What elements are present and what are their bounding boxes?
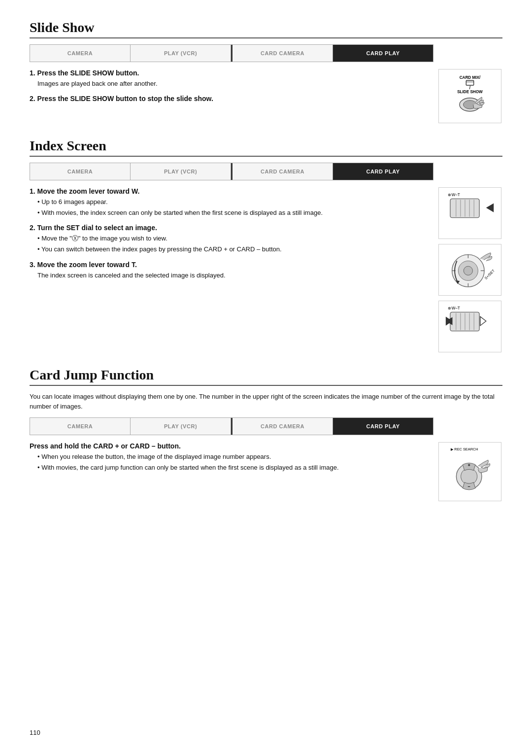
card-jump-step-body: When you release the button, the image o… [37,452,431,473]
zoom-w-svg: ⊗W–T [441,191,499,236]
set-dial-svg: S+/SET [441,247,499,292]
svg-text:⊗W–T: ⊗W–T [448,306,460,310]
illus-rec-search: ▶ REC SEARCH + – [438,442,501,501]
svg-text:▶ REC SEARCH: ▶ REC SEARCH [451,447,478,451]
zoom-t-svg: ⊗W–T [441,304,499,349]
slideshow-svg: CARD MIX/ / SLIDE SHOW [440,72,499,120]
index-screen-content: 1. Move the zoom lever toward W. Up to 6… [30,187,502,352]
card-jump-section: Card Jump Function You can locate images… [30,367,502,501]
index-screen-mode-bar: CAMERA PLAY (VCR) CARD CAMERA CARD PLAY [30,163,433,180]
svg-text:CARD MIX/: CARD MIX/ [460,75,481,80]
svg-text:⊗W–T: ⊗W–T [448,193,460,197]
svg-text:/: / [469,86,471,90]
index-screen-section: Index Screen CAMERA PLAY (VCR) CARD CAME… [30,138,502,352]
illus-slideshow-button: CARD MIX/ / SLIDE SHOW [438,69,501,123]
svg-text:S+/SET: S+/SET [484,268,496,280]
card-jump-step-1: Press and hold the CARD + or CARD – butt… [30,442,431,473]
illus-set-dial: S+/SET [438,244,501,296]
tab-card-camera-2: CARD CAMERA [231,163,333,180]
slide-show-section: Slide Show CAMERA PLAY (VCR) CARD CAMERA… [30,20,502,123]
tab-camera-2: CAMERA [30,163,131,180]
index-step-1-title: 1. Move the zoom lever toward W. [30,187,431,195]
tab-camera-3: CAMERA [30,418,131,435]
slide-show-step-1: 1. Press the SLIDE SHOW button. Images a… [30,69,431,89]
slide-show-step-2: 2. Press the SLIDE SHOW button to stop t… [30,95,431,103]
tab-card-camera-3: CARD CAMERA [231,418,333,435]
tab-play-vcr-3: PLAY (VCR) [131,418,231,435]
slide-show-content: 1. Press the SLIDE SHOW button. Images a… [30,69,502,123]
index-step-2: 2. Turn the SET dial to select an image.… [30,224,431,254]
svg-text:+: + [467,463,470,468]
index-screen-images: ⊗W–T [438,187,502,352]
step-2-title: 2. Press the SLIDE SHOW button to stop t… [30,95,431,103]
tab-play-vcr-1: PLAY (VCR) [131,45,231,62]
tab-camera-1: CAMERA [30,45,131,62]
svg-point-17 [464,266,472,275]
svg-text:SLIDE SHOW: SLIDE SHOW [457,90,483,94]
rec-search-svg: ▶ REC SEARCH + – [440,446,499,498]
svg-marker-14 [486,203,494,212]
card-jump-text: Press and hold the CARD + or CARD – butt… [30,442,431,501]
card-jump-intro: You can locate images without displaying… [30,392,502,412]
step-1-title: 1. Press the SLIDE SHOW button. [30,69,431,77]
svg-rect-1 [466,80,473,85]
tab-card-play-3: CARD PLAY [333,418,433,435]
card-jump-content: Press and hold the CARD + or CARD – butt… [30,442,502,501]
index-step-3-title: 3. Move the zoom lever toward T. [30,261,431,269]
svg-marker-32 [480,316,486,325]
tab-card-camera-1: CARD CAMERA [231,45,333,62]
slide-show-title: Slide Show [30,20,502,38]
slide-show-text: 1. Press the SLIDE SHOW button. Images a… [30,69,431,123]
step-1-body: Images are played back one after another… [37,79,431,89]
card-jump-title: Card Jump Function [30,367,502,386]
tab-card-play-2: CARD PLAY [333,163,433,180]
index-step-3: 3. Move the zoom lever toward T. The ind… [30,261,431,280]
svg-text:–: – [467,484,470,489]
svg-marker-34 [487,316,494,325]
tab-card-play-1: CARD PLAY [333,45,433,62]
index-screen-text: 1. Move the zoom lever toward W. Up to 6… [30,187,431,352]
card-jump-mode-bar: CAMERA PLAY (VCR) CARD CAMERA CARD PLAY [30,417,433,435]
index-step-3-body: The index screen is canceled and the sel… [37,271,431,280]
index-step-2-body: Move the "Ⓧ" to the image you wish to vi… [37,234,431,254]
index-step-2-title: 2. Turn the SET dial to select an image. [30,224,431,232]
index-step-1: 1. Move the zoom lever toward W. Up to 6… [30,187,431,218]
index-screen-title: Index Screen [30,138,502,157]
page-number: 110 [30,729,40,736]
tab-play-vcr-2: PLAY (VCR) [131,163,231,180]
card-jump-step-title: Press and hold the CARD + or CARD – butt… [30,442,431,450]
slide-show-mode-bar: CAMERA PLAY (VCR) CARD CAMERA CARD PLAY [30,44,433,62]
illus-zoom-w: ⊗W–T [438,187,501,239]
card-jump-image: ▶ REC SEARCH + – [438,442,502,501]
svg-point-38 [461,468,477,484]
slide-show-image: CARD MIX/ / SLIDE SHOW [438,69,502,123]
index-step-1-body: Up to 6 images appear. With movies, the … [37,197,431,218]
illus-zoom-t: ⊗W–T [438,301,501,352]
